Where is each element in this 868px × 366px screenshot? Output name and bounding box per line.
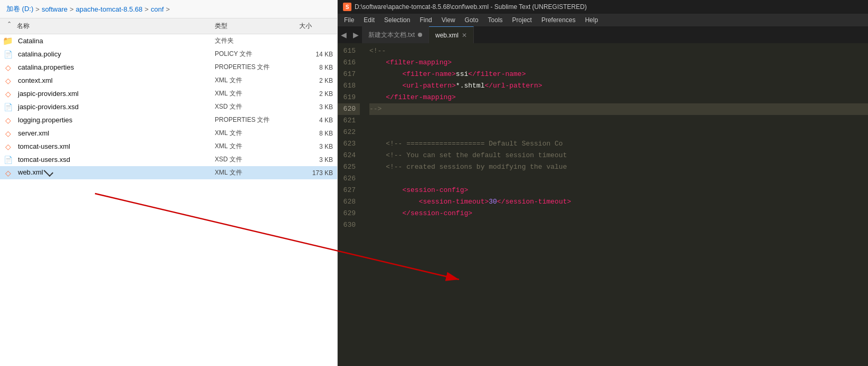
tab-modified-dot <box>418 33 422 37</box>
file-type: PROPERTIES 文件 <box>211 62 295 72</box>
menu-item-view[interactable]: View <box>437 15 460 25</box>
code-line: <!-- <box>369 45 868 57</box>
col-name-header: 名称 <box>13 21 211 32</box>
tab-label: web.xml <box>435 32 459 39</box>
file-size: 8 KB <box>295 63 337 72</box>
xml-icon: ◇ <box>5 142 11 151</box>
file-row[interactable]: ◇ context.xml XML 文件 2 KB <box>0 74 337 87</box>
code-line <box>369 173 868 185</box>
file-icon: 📄 <box>4 103 13 111</box>
tab-bar: ◀ ▶ 新建文本文档.txtweb.xml✕ <box>338 26 868 43</box>
file-name: catalina.policy <box>16 50 211 59</box>
file-size <box>295 41 337 42</box>
code-area[interactable]: <!-- <filter-mapping> <filter-name>ssi</… <box>365 43 868 366</box>
line-number: 618 <box>338 80 360 92</box>
line-numbers: 6156166176186196206216226236246256266276… <box>338 43 365 366</box>
file-name: tomcat-users.xml <box>16 142 211 151</box>
file-type: POLICY 文件 <box>211 49 295 59</box>
line-number: 619 <box>338 92 360 103</box>
file-name: web.xml <box>16 168 211 178</box>
line-number: 628 <box>338 196 360 208</box>
breadcrumb-software[interactable]: software <box>42 5 68 13</box>
breadcrumb-tomcat[interactable]: apache-tomcat-8.5.68 <box>76 5 142 13</box>
menu-item-find[interactable]: Find <box>415 15 436 25</box>
file-row[interactable]: 📄 catalina.policy POLICY 文件 14 KB <box>0 47 337 61</box>
column-headers: ⌃ 名称 类型 大小 <box>0 18 337 34</box>
xml-icon: ◇ <box>5 116 11 124</box>
line-number: 626 <box>338 173 360 185</box>
file-type: 文件夹 <box>211 36 295 46</box>
sort-arrow: ⌃ <box>0 21 13 32</box>
file-icon-col: 📁 <box>0 36 16 46</box>
menu-item-project[interactable]: Project <box>508 15 536 25</box>
code-line: <filter-name>ssi</filter-name> <box>369 69 868 80</box>
line-number: 615 <box>338 45 360 57</box>
code-line <box>369 127 868 138</box>
menu-item-preferences[interactable]: Preferences <box>537 15 580 25</box>
col-size-header: 大小 <box>295 21 337 32</box>
file-row[interactable]: ◇ logging.properties PROPERTIES 文件 4 KB <box>0 113 337 127</box>
file-type: XSD 文件 <box>211 155 295 165</box>
code-line: --> <box>369 103 868 115</box>
line-number: 622 <box>338 127 360 138</box>
file-row[interactable]: ◇ jaspic-providers.xml XML 文件 2 KB <box>0 87 337 100</box>
line-number: 617 <box>338 69 360 80</box>
code-line: <url-pattern>*.shtml</url-pattern> <box>369 80 868 92</box>
file-size: 2 KB <box>295 90 337 98</box>
line-number: 623 <box>338 138 360 150</box>
line-number: 630 <box>338 219 360 231</box>
file-type: PROPERTIES 文件 <box>211 115 295 125</box>
file-type: XSD 文件 <box>211 102 295 112</box>
line-number: 625 <box>338 161 360 173</box>
tab-nav-next[interactable]: ▶ <box>350 26 362 43</box>
file-row[interactable]: 📄 jaspic-providers.xsd XSD 文件 3 KB <box>0 100 337 113</box>
menu-item-file[interactable]: File <box>340 15 358 25</box>
line-number: 621 <box>338 115 360 127</box>
code-line <box>369 115 868 127</box>
code-line: </session-config> <box>369 208 868 219</box>
file-size: 3 KB <box>295 156 337 164</box>
code-line: <!-- You can set the default session tim… <box>369 150 868 161</box>
file-row[interactable]: 📄 tomcat-users.xsd XSD 文件 3 KB <box>0 153 337 166</box>
file-icon-col: ◇ <box>0 116 16 124</box>
editor-tab[interactable]: 新建文本文档.txt <box>362 26 429 43</box>
file-name: context.xml <box>16 76 211 85</box>
file-type: XML 文件 <box>211 75 295 85</box>
tab-label: 新建文本文档.txt <box>368 31 415 40</box>
xml-icon: ◇ <box>5 169 11 177</box>
file-type: XML 文件 <box>211 168 295 178</box>
menu-item-selection[interactable]: Selection <box>380 15 414 25</box>
file-row[interactable]: 📁 Catalina 文件夹 <box>0 34 337 47</box>
file-size: 8 KB <box>295 129 337 138</box>
file-name: Catalina <box>16 36 211 45</box>
line-number: 627 <box>338 185 360 196</box>
file-row[interactable]: ◇ tomcat-users.xml XML 文件 3 KB <box>0 140 337 153</box>
file-size: 14 KB <box>295 50 337 59</box>
menu-item-help[interactable]: Help <box>581 15 603 25</box>
col-type-header: 类型 <box>211 21 295 32</box>
line-number: 616 <box>338 57 360 69</box>
file-row[interactable]: ◇ web.xml XML 文件 173 KB <box>0 166 337 179</box>
file-icon-col: ◇ <box>0 142 16 151</box>
menu-item-tools[interactable]: Tools <box>484 15 507 25</box>
xml-icon: ◇ <box>5 76 11 85</box>
tab-nav-prev[interactable]: ◀ <box>338 26 350 43</box>
breadcrumb-drive[interactable]: 加卷 (D:) <box>6 4 33 14</box>
file-icon-col: ◇ <box>0 90 16 98</box>
tab-close-btn[interactable]: ✕ <box>462 32 467 39</box>
file-row[interactable]: ◇ server.xml XML 文件 8 KB <box>0 127 337 140</box>
file-icon-col: ◇ <box>0 76 16 85</box>
window-title: D:\software\apache-tomcat-8.5.68\conf\we… <box>355 3 587 11</box>
breadcrumb-conf[interactable]: conf <box>151 5 164 13</box>
file-row[interactable]: ◇ catalina.properties PROPERTIES 文件 8 KB <box>0 61 337 74</box>
editor-tab[interactable]: web.xml✕ <box>429 26 474 43</box>
file-size: 4 KB <box>295 116 337 124</box>
line-number: 629 <box>338 208 360 219</box>
line-number: 624 <box>338 150 360 161</box>
menu-item-edit[interactable]: Edit <box>359 15 379 25</box>
file-size: 3 KB <box>295 142 337 151</box>
menu-item-goto[interactable]: Goto <box>461 15 483 25</box>
file-type: XML 文件 <box>211 128 295 138</box>
line-number: 620 <box>338 103 360 115</box>
file-icon: 📄 <box>4 50 13 59</box>
